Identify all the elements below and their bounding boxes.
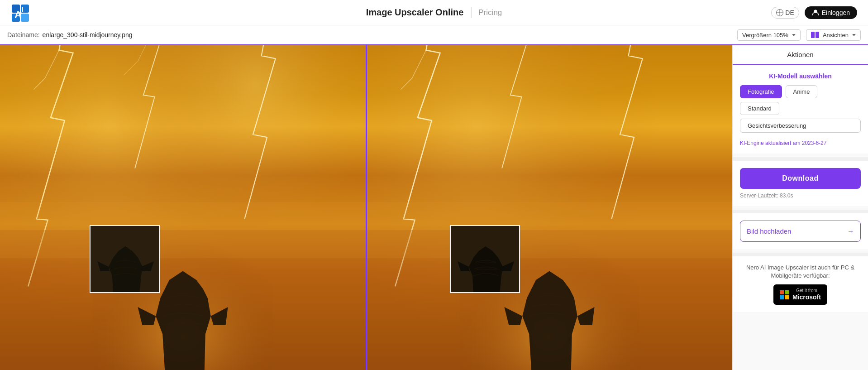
user-icon — [812, 9, 819, 16]
sidebar-divider-2 — [733, 210, 868, 213]
sidebar-divider-3 — [733, 253, 868, 256]
microsoft-logo-icon — [780, 290, 789, 299]
model-standard-row: Standard — [740, 102, 861, 115]
views-chevron-icon — [852, 34, 856, 36]
server-time: Server-Laufzeit: 83.0s — [740, 192, 861, 199]
upload-arrow-icon: → — [847, 227, 854, 235]
svg-rect-8 — [816, 32, 819, 38]
header-left: A I — [11, 4, 29, 22]
model-anime-button[interactable]: Anime — [786, 85, 818, 98]
inset-preview-left — [90, 225, 160, 293]
ms-badge[interactable]: Get it from Microsoft — [773, 284, 827, 305]
header: A I Image Upscaler Online Pricing DE Ein… — [0, 0, 868, 25]
inset-preview-right — [450, 225, 520, 293]
engine-update: KI-Engine aktualisiert am 2023-6-27 — [740, 140, 861, 146]
ms-promo-section: Nero AI Image Upscaler ist auch für PC &… — [733, 256, 868, 312]
ms-promo-text: Nero AI Image Upscaler ist auch für PC &… — [740, 264, 861, 280]
logo[interactable]: A I — [11, 4, 29, 22]
right-image-panel — [367, 45, 733, 370]
zoom-label: Vergrößern 105% — [742, 32, 788, 38]
globe-icon — [776, 9, 783, 16]
zoom-button[interactable]: Vergrößern 105% — [737, 29, 801, 41]
download-section: Download Server-Laufzeit: 83.0s — [733, 161, 868, 206]
model-fotografie-button[interactable]: Fotografie — [740, 85, 782, 98]
app-title: Image Upscaler Online — [366, 7, 464, 18]
sidebar: Aktionen KI-Modell auswählen Fotografie … — [732, 45, 868, 370]
header-right: DE Einloggen — [771, 6, 857, 19]
svg-text:I: I — [22, 6, 24, 13]
views-label: Ansichten — [823, 32, 849, 38]
ms-badge-text: Get it from Microsoft — [792, 288, 821, 301]
toolbar-right: Vergrößern 105% Ansichten — [737, 29, 861, 41]
model-gesicht-row: Gesichtsverbesserung — [740, 119, 861, 136]
canvas-area[interactable] — [0, 45, 732, 370]
sidebar-header-title: Aktionen — [787, 51, 813, 58]
ms-badge-small-text: Get it from — [792, 288, 821, 293]
model-section-title: KI-Modell auswählen — [740, 72, 861, 80]
filename-area: Dateiname: enlarge_300-stil-midjourney.p… — [7, 31, 133, 38]
upload-label: Bild hochladen — [747, 227, 791, 235]
svg-rect-7 — [811, 32, 815, 38]
download-button[interactable]: Download — [740, 168, 861, 189]
filename-value: enlarge_300-stil-midjourney.png — [43, 31, 133, 38]
svg-text:A: A — [14, 9, 22, 20]
model-section: KI-Modell auswählen Fotografie Anime Sta… — [733, 65, 868, 154]
model-gesicht-button[interactable]: Gesichtsverbesserung — [740, 119, 861, 133]
login-label: Einloggen — [822, 9, 850, 16]
lang-label: DE — [785, 9, 794, 16]
views-button[interactable]: Ansichten — [806, 29, 861, 41]
ms-badge-large-text: Microsoft — [792, 293, 821, 301]
header-divider — [471, 7, 471, 18]
header-center: Image Upscaler Online Pricing — [366, 7, 502, 18]
svg-rect-3 — [21, 14, 29, 22]
pricing-link[interactable]: Pricing — [478, 8, 502, 17]
language-button[interactable]: DE — [771, 7, 799, 19]
sidebar-header: Aktionen — [733, 45, 868, 65]
model-standard-button[interactable]: Standard — [740, 102, 779, 115]
upload-button[interactable]: Bild hochladen → — [740, 221, 861, 242]
sidebar-divider-1 — [733, 157, 868, 161]
main-content: Aktionen KI-Modell auswählen Fotografie … — [0, 45, 868, 370]
left-image-panel — [0, 45, 366, 370]
zoom-chevron-icon — [792, 34, 796, 36]
views-icon — [811, 32, 819, 38]
login-button[interactable]: Einloggen — [805, 6, 857, 19]
upload-section: Bild hochladen → — [733, 213, 868, 249]
model-buttons-row1: Fotografie Anime — [740, 85, 861, 98]
filename-label: Dateiname: — [7, 31, 40, 38]
toolbar: Dateiname: enlarge_300-stil-midjourney.p… — [0, 25, 868, 45]
